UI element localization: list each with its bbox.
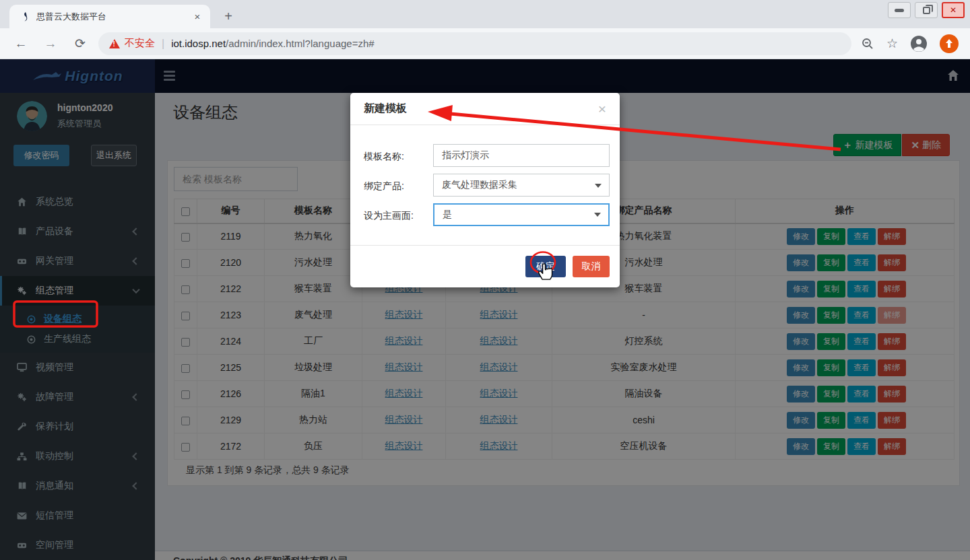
restore-icon [923, 7, 930, 14]
main-screen-select[interactable]: 是 [433, 203, 610, 226]
confirm-button[interactable]: 确定 [525, 256, 566, 277]
browser-toolbar: ← → ⟳ 不安全 | iot.idosp.net/admin/index.ht… [0, 28, 970, 59]
security-warning-icon [109, 39, 120, 48]
bind-product-select[interactable]: 废气处理数据采集 [433, 174, 610, 197]
template-name-label: 模板名称: [364, 151, 404, 163]
bind-product-label: 绑定产品: [364, 180, 404, 193]
reload-button[interactable]: ⟳ [71, 36, 89, 51]
browser-titlebar: 思普云大数据平台 × + ✕ [0, 0, 970, 28]
main-screen-label: 设为主画面: [364, 210, 414, 222]
close-window-button[interactable]: ✕ [942, 2, 965, 18]
restore-button[interactable] [915, 2, 938, 18]
url-bar[interactable]: 不安全 | iot.idosp.net/admin/index.html?lan… [98, 32, 851, 55]
app-viewport: Hignton hignton2020 系统管理员 修改密码 退出系统 系统总览 [0, 59, 970, 560]
minimize-icon [895, 9, 904, 12]
modal-close-icon[interactable]: × [598, 102, 606, 116]
modal-title: 新建模板 [364, 102, 407, 116]
back-button[interactable]: ← [12, 36, 30, 51]
template-name-input[interactable] [433, 144, 610, 167]
new-tab-button[interactable]: + [220, 8, 237, 26]
url-host: iot.idosp.net [171, 38, 226, 49]
security-warning-label: 不安全 [125, 37, 155, 50]
zoom-out-icon[interactable] [861, 37, 874, 50]
close-icon: ✕ [950, 5, 957, 15]
site-favicon-icon [20, 11, 31, 22]
tab-title: 思普云大数据平台 [36, 11, 191, 23]
select-caret-icon [595, 184, 602, 188]
new-template-modal: 新建模板 × 模板名称: 绑定产品: 废气处理数据采集 设为主画面: 是 确定 … [350, 93, 620, 287]
browser-update-button[interactable] [940, 34, 959, 53]
cancel-button[interactable]: 取消 [573, 256, 610, 277]
minimize-button[interactable] [888, 2, 911, 18]
browser-tab[interactable]: 思普云大数据平台 × [9, 5, 210, 28]
forward-button[interactable]: → [42, 36, 59, 51]
url-separator: | [162, 38, 164, 50]
tab-close-icon[interactable]: × [191, 11, 203, 23]
profile-icon[interactable] [910, 35, 928, 53]
bookmark-star-icon[interactable]: ☆ [886, 36, 898, 51]
select-caret-icon [594, 213, 601, 217]
url-path: /admin/index.html?language=zh# [226, 38, 375, 49]
